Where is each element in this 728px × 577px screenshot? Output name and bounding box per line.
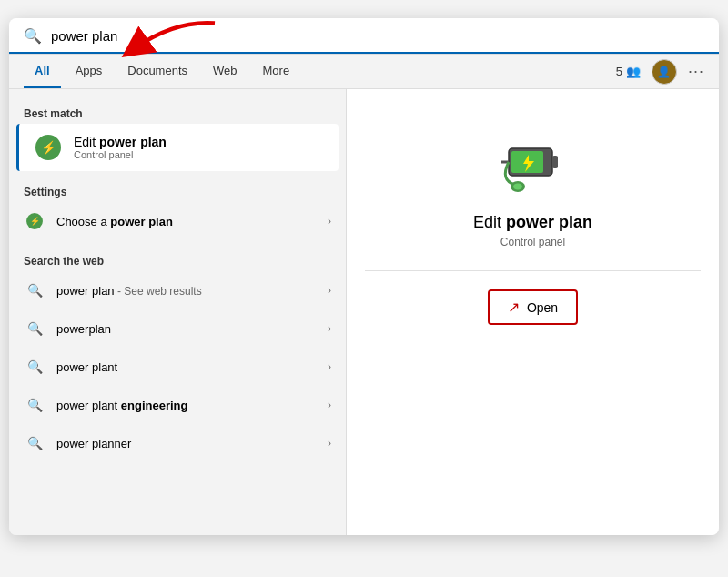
avatar[interactable]: 👤 [652, 59, 677, 85]
open-button-label: Open [527, 300, 558, 315]
tab-web[interactable]: Web [202, 55, 248, 88]
settings-item[interactable]: ⚡ Choose a power plan › [9, 202, 346, 240]
user-count: 5 👥 [616, 65, 641, 78]
tab-all[interactable]: All [24, 55, 61, 88]
search-web-icon-0: 🔍 [24, 279, 46, 301]
tab-apps[interactable]: Apps [65, 55, 114, 88]
search-web-icon-4: 🔍 [24, 432, 46, 454]
web-label: Search the web [9, 248, 346, 271]
result-title: Edit power plan [473, 213, 592, 232]
divider [365, 270, 701, 271]
search-web-icon-1: 🔍 [24, 318, 46, 339]
best-match-title: Edit power plan [74, 135, 167, 149]
chevron-right-icon-4: › [328, 437, 331, 450]
search-icon: 🔍 [24, 27, 42, 45]
best-match-subtitle: Control panel [74, 149, 167, 160]
open-button[interactable]: ↗ Open [488, 289, 578, 325]
settings-item-text: Choose a power plan [56, 215, 317, 228]
web-item-text-1: powerplan [56, 322, 317, 336]
web-item-3[interactable]: 🔍 power plant engineering › [9, 386, 346, 424]
best-match-icon: ⚡ [34, 133, 63, 162]
web-item-text-2: power plant [56, 360, 317, 374]
svg-rect-6 [552, 156, 558, 168]
chevron-right-icon-3: › [328, 399, 331, 411]
tab-more[interactable]: More [252, 55, 301, 88]
tab-right-section: 5 👥 👤 ··· [616, 59, 704, 85]
search-input[interactable] [51, 28, 704, 44]
left-panel: Best match ⚡ Edit power plan Control pan… [9, 89, 346, 535]
best-match-item[interactable]: ⚡ Edit power plan Control panel [16, 124, 339, 171]
best-match-label: Best match [9, 100, 346, 124]
search-web-icon-3: 🔍 [24, 394, 46, 416]
tab-bar: All Apps Documents Web More 5 👥 👤 ··· [9, 55, 719, 89]
web-item-text-3: power plant engineering [56, 399, 317, 412]
result-large-icon [497, 126, 570, 198]
web-item-text-0: power plan - See web results [56, 284, 317, 298]
best-match-text: Edit power plan Control panel [74, 135, 167, 160]
settings-label: Settings [9, 178, 346, 202]
svg-text:⚡: ⚡ [41, 140, 57, 156]
web-item-1[interactable]: 🔍 powerplan › [9, 309, 346, 348]
main-content: Best match ⚡ Edit power plan Control pan… [9, 89, 719, 535]
open-external-icon: ↗ [508, 299, 520, 316]
settings-item-icon: ⚡ [24, 210, 46, 232]
svg-text:⚡: ⚡ [30, 216, 41, 227]
search-bar: 🔍 [9, 18, 719, 55]
people-icon: 👥 [626, 65, 641, 78]
web-item-0[interactable]: 🔍 power plan - See web results › [9, 271, 346, 309]
right-panel: Edit power plan Control panel ↗ Open [346, 89, 719, 535]
search-web-icon-2: 🔍 [24, 356, 46, 378]
chevron-right-icon-1: › [328, 322, 331, 335]
more-options-button[interactable]: ··· [688, 62, 704, 81]
result-subtitle: Control panel [500, 236, 565, 248]
web-item-text-4: power planner [56, 437, 317, 450]
web-item-4[interactable]: 🔍 power planner › [9, 424, 346, 462]
svg-point-14 [513, 184, 522, 190]
chevron-right-icon-2: › [328, 360, 331, 373]
web-item-2[interactable]: 🔍 power plant › [9, 348, 346, 386]
tab-documents[interactable]: Documents [116, 55, 198, 88]
chevron-right-icon-0: › [328, 284, 331, 297]
chevron-right-icon: › [328, 215, 331, 228]
